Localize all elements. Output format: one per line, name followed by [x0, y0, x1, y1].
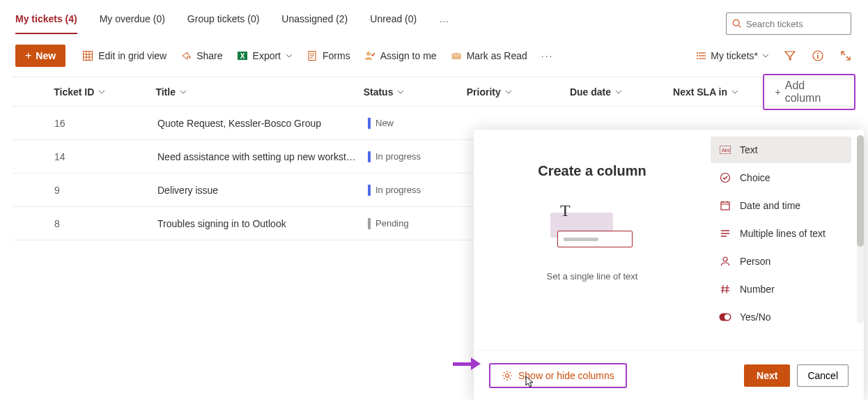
- type-text[interactable]: Abc Text: [711, 137, 851, 163]
- chevron-down-icon: [505, 89, 512, 95]
- share-button[interactable]: Share: [180, 50, 222, 61]
- svg-point-18: [697, 52, 698, 54]
- cell-ticket-id: 16: [54, 118, 157, 129]
- filter-icon: [784, 50, 796, 61]
- col-due-date[interactable]: Due date: [570, 86, 673, 98]
- add-column-button[interactable]: +Add column: [763, 74, 855, 110]
- toolbar-overflow[interactable]: ···: [541, 50, 554, 61]
- type-person[interactable]: Person: [711, 248, 851, 275]
- chevron-down-icon: [286, 52, 293, 59]
- svg-rect-2: [84, 52, 93, 61]
- excel-icon: X: [237, 50, 248, 61]
- panel-description: Set a single line of text: [547, 271, 638, 282]
- col-ticket-id[interactable]: Ticket ID: [54, 86, 155, 98]
- type-number[interactable]: Number: [711, 276, 851, 302]
- tab-unassigned[interactable]: Unassigned (2): [281, 13, 348, 34]
- choice-icon: [719, 171, 731, 184]
- col-next-sla[interactable]: Next SLA in: [673, 86, 756, 98]
- info-button[interactable]: [811, 49, 825, 63]
- svg-point-20: [697, 58, 698, 59]
- assign-button[interactable]: Assign to me: [364, 50, 437, 61]
- chevron-down-icon: [98, 89, 105, 95]
- panel-footer: Show or hide columns Next Cancel: [474, 350, 864, 400]
- tab-my-overdue[interactable]: My overdue (0): [100, 13, 165, 34]
- panel-title: Create a column: [538, 163, 646, 179]
- forms-label: Forms: [323, 50, 350, 61]
- cell-ticket-id: 8: [54, 218, 157, 229]
- mark-read-button[interactable]: Mark as Read: [451, 50, 527, 61]
- cell-ticket-id: 9: [54, 185, 157, 196]
- view-name: My tickets*: [711, 50, 758, 61]
- tab-unread[interactable]: Unread (0): [370, 13, 417, 34]
- envelope-icon: [451, 50, 462, 61]
- plus-icon: +: [775, 86, 781, 98]
- chevron-down-icon: [762, 52, 769, 59]
- type-date[interactable]: Date and time: [711, 192, 851, 219]
- expand-button[interactable]: [839, 49, 853, 63]
- next-button[interactable]: Next: [744, 364, 790, 387]
- expand-icon: [840, 50, 851, 61]
- svg-line-1: [738, 25, 741, 27]
- new-button[interactable]: + New: [15, 45, 65, 67]
- more-icon: ···: [541, 50, 554, 61]
- cell-title: Need assistance with setting up new work…: [157, 151, 368, 162]
- col-title[interactable]: Title: [155, 86, 363, 98]
- gear-icon: [502, 370, 513, 381]
- tabs-row: My tickets (4) My overdue (0) Group tick…: [0, 0, 868, 39]
- svg-text:X: X: [240, 52, 245, 60]
- col-priority[interactable]: Priority: [467, 86, 570, 98]
- table-header: Ticket ID Title Status Priority Due date…: [13, 77, 855, 107]
- cursor-icon: [524, 376, 536, 390]
- svg-point-13: [366, 52, 371, 56]
- export-label: Export: [253, 50, 281, 61]
- number-icon: [719, 283, 731, 295]
- annotation-arrow: [453, 357, 482, 370]
- edit-grid-button[interactable]: Edit in grid view: [82, 50, 166, 61]
- cell-ticket-id: 14: [54, 151, 157, 162]
- column-type-list: Abc Text Choice Date and time Multiple l…: [711, 130, 864, 350]
- grid-icon: [82, 50, 93, 61]
- svg-point-43: [506, 374, 509, 377]
- toolbar-right: My tickets*: [697, 49, 853, 63]
- sparkle-icon: ✦: [157, 118, 159, 123]
- cell-title: Troubles signing in to Outlook: [157, 218, 368, 229]
- assign-label: Assign to me: [380, 50, 437, 61]
- search-box[interactable]: [726, 13, 851, 35]
- filter-button[interactable]: [783, 49, 797, 63]
- tab-overflow[interactable]: …: [439, 13, 449, 34]
- tabs: My tickets (4) My overdue (0) Group tick…: [15, 13, 726, 34]
- search-icon: [732, 19, 742, 29]
- show-hide-columns-button[interactable]: Show or hide columns: [489, 363, 627, 388]
- tab-my-tickets[interactable]: My tickets (4): [15, 13, 77, 34]
- type-yesno[interactable]: Yes/No: [711, 304, 851, 330]
- type-choice[interactable]: Choice: [711, 164, 851, 191]
- view-selector[interactable]: My tickets*: [697, 50, 769, 61]
- svg-point-23: [817, 53, 819, 54]
- assign-icon: [364, 50, 375, 61]
- info-icon: [812, 50, 823, 61]
- cell-title: Delivery issue: [157, 185, 368, 196]
- svg-point-19: [697, 55, 698, 56]
- col-status[interactable]: Status: [364, 86, 467, 98]
- svg-point-36: [723, 257, 727, 261]
- share-icon: [180, 50, 192, 61]
- type-multiline[interactable]: Multiple lines of text: [711, 220, 851, 247]
- cancel-button[interactable]: Cancel: [797, 364, 848, 387]
- svg-point-0: [733, 20, 739, 26]
- edit-grid-label: Edit in grid view: [98, 50, 166, 61]
- tab-group-tickets[interactable]: Group tickets (0): [187, 13, 259, 34]
- panel-scrollbar[interactable]: [857, 135, 864, 323]
- cell-status: In progress: [368, 151, 472, 162]
- svg-line-37: [722, 285, 723, 293]
- export-button[interactable]: X Export: [237, 50, 293, 61]
- share-label: Share: [196, 50, 222, 61]
- search-input[interactable]: [746, 19, 845, 29]
- svg-text:Abc: Abc: [722, 148, 731, 153]
- text-icon: Abc: [719, 144, 731, 156]
- person-icon: [719, 255, 731, 268]
- yesno-icon: [719, 311, 731, 323]
- cell-status: New: [368, 118, 472, 129]
- forms-button[interactable]: Forms: [307, 50, 350, 61]
- cell-status: Pending: [368, 218, 472, 229]
- text-column-illustration: T: [550, 207, 634, 256]
